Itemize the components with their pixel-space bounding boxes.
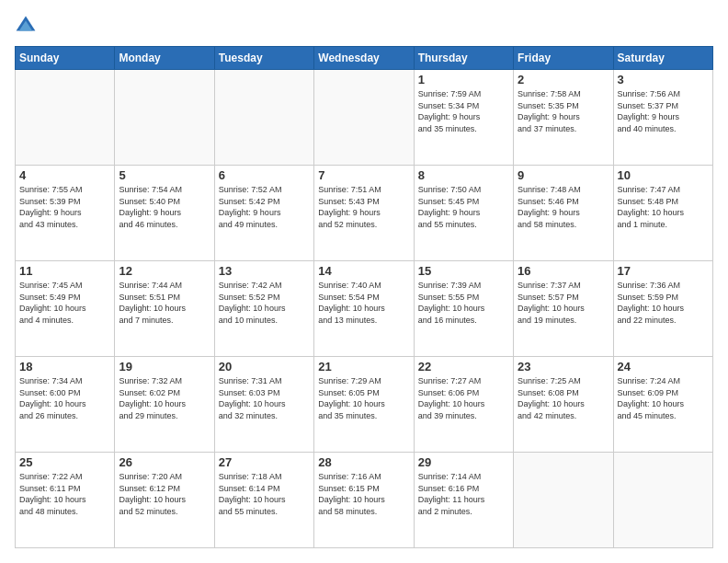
day-number: 4 [19,168,110,182]
day-number: 5 [119,168,210,182]
day-number: 17 [618,264,709,278]
day-cell: 12Sunrise: 7:44 AM Sunset: 5:51 PM Dayli… [115,261,214,357]
day-cell: 8Sunrise: 7:50 AM Sunset: 5:45 PM Daylig… [414,166,513,261]
day-cell [314,70,414,166]
day-header-sunday: Sunday [16,47,115,70]
day-number: 25 [19,455,110,469]
page: SundayMondayTuesdayWednesdayThursdayFrid… [0,0,728,563]
header-row: SundayMondayTuesdayWednesdayThursdayFrid… [16,47,713,70]
day-info: Sunrise: 7:59 AM Sunset: 5:34 PM Dayligh… [418,88,509,134]
day-number: 23 [518,360,609,373]
day-header-tuesday: Tuesday [214,47,313,70]
logo-icon [15,15,37,37]
day-info: Sunrise: 7:31 AM Sunset: 6:03 PM Dayligh… [219,375,310,421]
week-row-4: 18Sunrise: 7:34 AM Sunset: 6:00 PM Dayli… [16,357,713,453]
day-info: Sunrise: 7:58 AM Sunset: 5:35 PM Dayligh… [518,88,609,134]
day-info: Sunrise: 7:54 AM Sunset: 5:40 PM Dayligh… [119,184,210,230]
day-number: 7 [318,168,409,182]
day-info: Sunrise: 7:55 AM Sunset: 5:39 PM Dayligh… [19,184,110,230]
day-info: Sunrise: 7:56 AM Sunset: 5:37 PM Dayligh… [618,88,709,134]
day-header-saturday: Saturday [613,47,712,70]
day-info: Sunrise: 7:16 AM Sunset: 6:15 PM Dayligh… [318,471,409,517]
day-info: Sunrise: 7:50 AM Sunset: 5:45 PM Dayligh… [418,184,509,230]
day-cell [214,70,313,166]
day-cell: 7Sunrise: 7:51 AM Sunset: 5:43 PM Daylig… [314,166,414,261]
day-number: 18 [19,360,110,373]
day-info: Sunrise: 7:48 AM Sunset: 5:46 PM Dayligh… [518,184,609,230]
day-cell [16,70,115,166]
day-info: Sunrise: 7:42 AM Sunset: 5:52 PM Dayligh… [219,280,310,326]
day-cell [115,70,214,166]
day-cell: 2Sunrise: 7:58 AM Sunset: 5:35 PM Daylig… [514,70,613,166]
day-info: Sunrise: 7:18 AM Sunset: 6:14 PM Dayligh… [219,471,310,517]
day-info: Sunrise: 7:14 AM Sunset: 6:16 PM Dayligh… [418,471,509,517]
day-info: Sunrise: 7:29 AM Sunset: 6:05 PM Dayligh… [318,375,409,421]
day-number: 16 [518,264,609,278]
day-number: 19 [119,360,210,373]
day-number: 10 [618,168,709,182]
day-number: 12 [119,264,210,278]
day-cell: 24Sunrise: 7:24 AM Sunset: 6:09 PM Dayli… [613,357,712,453]
day-cell: 27Sunrise: 7:18 AM Sunset: 6:14 PM Dayli… [214,453,313,548]
day-cell: 15Sunrise: 7:39 AM Sunset: 5:55 PM Dayli… [414,261,513,357]
day-cell: 11Sunrise: 7:45 AM Sunset: 5:49 PM Dayli… [16,261,115,357]
day-cell: 10Sunrise: 7:47 AM Sunset: 5:48 PM Dayli… [613,166,712,261]
day-cell [514,453,613,548]
day-cell: 3Sunrise: 7:56 AM Sunset: 5:37 PM Daylig… [613,70,712,166]
day-cell: 22Sunrise: 7:27 AM Sunset: 6:06 PM Dayli… [414,357,513,453]
day-info: Sunrise: 7:40 AM Sunset: 5:54 PM Dayligh… [318,280,409,326]
day-info: Sunrise: 7:47 AM Sunset: 5:48 PM Dayligh… [618,184,709,230]
day-header-monday: Monday [115,47,214,70]
day-number: 14 [318,264,409,278]
day-info: Sunrise: 7:52 AM Sunset: 5:42 PM Dayligh… [219,184,310,230]
day-info: Sunrise: 7:22 AM Sunset: 6:11 PM Dayligh… [19,471,110,517]
day-number: 26 [119,455,210,469]
day-cell: 9Sunrise: 7:48 AM Sunset: 5:46 PM Daylig… [514,166,613,261]
day-info: Sunrise: 7:20 AM Sunset: 6:12 PM Dayligh… [119,471,210,517]
day-number: 24 [618,360,709,373]
day-cell [613,453,712,548]
day-number: 28 [318,455,409,469]
day-cell: 5Sunrise: 7:54 AM Sunset: 5:40 PM Daylig… [115,166,214,261]
day-cell: 29Sunrise: 7:14 AM Sunset: 6:16 PM Dayli… [414,453,513,548]
calendar-table: SundayMondayTuesdayWednesdayThursdayFrid… [15,46,713,548]
day-number: 3 [618,73,709,86]
day-info: Sunrise: 7:24 AM Sunset: 6:09 PM Dayligh… [618,375,709,421]
day-info: Sunrise: 7:36 AM Sunset: 5:59 PM Dayligh… [618,280,709,326]
week-row-3: 11Sunrise: 7:45 AM Sunset: 5:49 PM Dayli… [16,261,713,357]
day-cell: 28Sunrise: 7:16 AM Sunset: 6:15 PM Dayli… [314,453,414,548]
day-info: Sunrise: 7:25 AM Sunset: 6:08 PM Dayligh… [518,375,609,421]
day-header-friday: Friday [514,47,613,70]
day-info: Sunrise: 7:51 AM Sunset: 5:43 PM Dayligh… [318,184,409,230]
day-info: Sunrise: 7:32 AM Sunset: 6:02 PM Dayligh… [119,375,210,421]
day-cell: 20Sunrise: 7:31 AM Sunset: 6:03 PM Dayli… [214,357,313,453]
day-info: Sunrise: 7:37 AM Sunset: 5:57 PM Dayligh… [518,280,609,326]
day-info: Sunrise: 7:39 AM Sunset: 5:55 PM Dayligh… [418,280,509,326]
day-cell: 13Sunrise: 7:42 AM Sunset: 5:52 PM Dayli… [214,261,313,357]
day-info: Sunrise: 7:34 AM Sunset: 6:00 PM Dayligh… [19,375,110,421]
day-cell: 25Sunrise: 7:22 AM Sunset: 6:11 PM Dayli… [16,453,115,548]
day-cell: 18Sunrise: 7:34 AM Sunset: 6:00 PM Dayli… [16,357,115,453]
day-number: 1 [418,73,509,86]
day-info: Sunrise: 7:45 AM Sunset: 5:49 PM Dayligh… [19,280,110,326]
day-number: 6 [219,168,310,182]
day-number: 20 [219,360,310,373]
day-cell: 19Sunrise: 7:32 AM Sunset: 6:02 PM Dayli… [115,357,214,453]
week-row-5: 25Sunrise: 7:22 AM Sunset: 6:11 PM Dayli… [16,453,713,548]
header [15,15,713,37]
day-info: Sunrise: 7:44 AM Sunset: 5:51 PM Dayligh… [119,280,210,326]
logo [15,15,40,37]
day-cell: 16Sunrise: 7:37 AM Sunset: 5:57 PM Dayli… [514,261,613,357]
day-number: 27 [219,455,310,469]
day-info: Sunrise: 7:27 AM Sunset: 6:06 PM Dayligh… [418,375,509,421]
day-header-wednesday: Wednesday [314,47,414,70]
day-number: 11 [19,264,110,278]
week-row-2: 4Sunrise: 7:55 AM Sunset: 5:39 PM Daylig… [16,166,713,261]
day-cell: 17Sunrise: 7:36 AM Sunset: 5:59 PM Dayli… [613,261,712,357]
day-number: 21 [318,360,409,373]
day-number: 29 [418,455,509,469]
day-cell: 23Sunrise: 7:25 AM Sunset: 6:08 PM Dayli… [514,357,613,453]
day-number: 9 [518,168,609,182]
day-number: 15 [418,264,509,278]
day-number: 22 [418,360,509,373]
